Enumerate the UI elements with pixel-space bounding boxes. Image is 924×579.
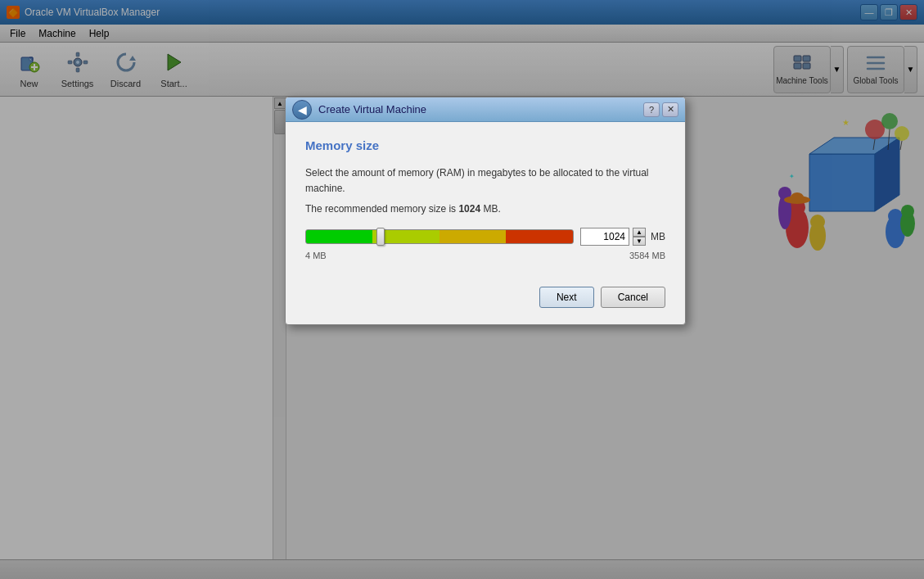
dialog-section-title: Memory size: [305, 138, 665, 152]
spin-buttons: ▲ ▼: [633, 228, 646, 246]
create-vm-dialog: ◀ Create Virtual Machine ? ✕ Memory size…: [285, 97, 686, 325]
dialog-titlebar: ◀ Create Virtual Machine ? ✕: [286, 97, 685, 122]
dialog-controls: ? ✕: [643, 102, 678, 117]
next-button[interactable]: Next: [539, 287, 594, 308]
dialog-recommended-unit: MB.: [483, 203, 500, 215]
dialog-body: Memory size Select the amount of memory …: [286, 122, 685, 277]
mb-label: MB: [651, 231, 665, 242]
dialog-back-button[interactable]: ◀: [292, 100, 312, 120]
dialog-desc-1: Select the amount of memory (RAM) in meg…: [305, 165, 665, 197]
dialog-title: Create Virtual Machine: [318, 103, 426, 115]
dialog-close-button[interactable]: ✕: [662, 102, 678, 117]
slider-min-label: 4 MB: [305, 251, 327, 260]
spin-down-button[interactable]: ▼: [633, 237, 646, 246]
memory-input-group: ▲ ▼ MB: [580, 228, 665, 246]
slider-max-label: 3584 MB: [629, 251, 665, 260]
dialog-help-button[interactable]: ?: [643, 102, 660, 117]
memory-input[interactable]: [580, 228, 629, 246]
spin-up-button[interactable]: ▲: [633, 228, 646, 237]
dialog-desc-2: The recommended memory size is 1024 MB.: [305, 201, 665, 217]
memory-slider-track[interactable]: [305, 229, 574, 244]
dialog-recommended-value: 1024: [458, 203, 480, 215]
dialog-overlay: ◀ Create Virtual Machine ? ✕ Memory size…: [0, 0, 924, 579]
slider-container: ▲ ▼ MB: [305, 228, 665, 246]
memory-slider-thumb[interactable]: [376, 228, 385, 246]
dialog-desc-2-text: The recommended memory size is: [305, 203, 456, 215]
cancel-button[interactable]: Cancel: [601, 287, 665, 308]
dialog-footer: Next Cancel: [286, 277, 685, 324]
slider-range-labels: 4 MB 3584 MB: [305, 251, 665, 260]
